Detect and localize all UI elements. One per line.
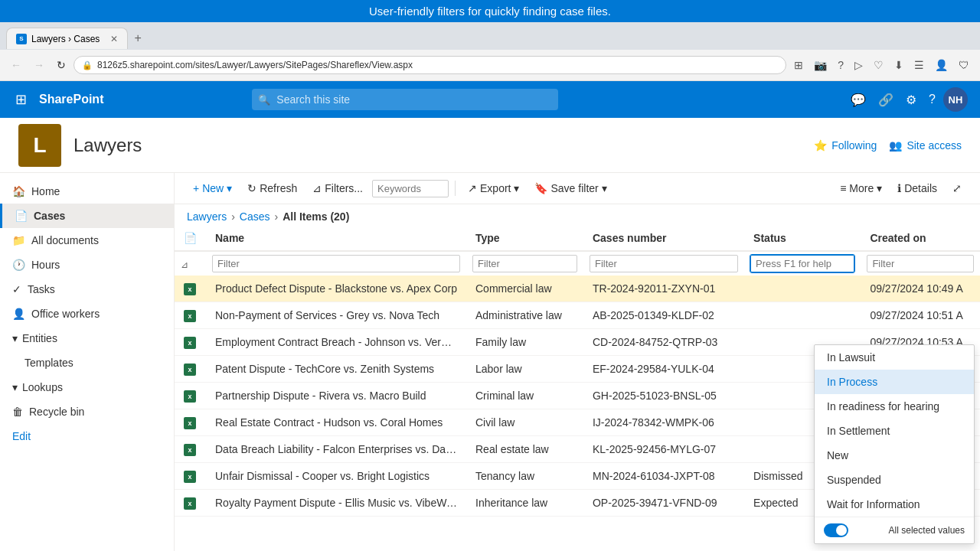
nav-recycle-bin[interactable]: 🗑 Recycle bin xyxy=(0,399,174,424)
forward-button[interactable]: → xyxy=(29,56,49,74)
help-browser-button[interactable]: ? xyxy=(833,56,848,74)
save-filter-button[interactable]: 🔖 Save filter ▾ xyxy=(528,179,612,197)
browser-tab[interactable]: S Lawyers › Cases ✕ xyxy=(6,28,128,49)
browser-chrome: S Lawyers › Cases ✕ + ← → ↻ 🔒 8126z5.sha… xyxy=(0,22,980,81)
table-row[interactable]: x Product Defect Dispute - Blackstone vs… xyxy=(175,276,980,302)
nav-lookups[interactable]: ▾ Lookups xyxy=(0,375,174,399)
tab-title: Lawyers › Cases xyxy=(31,34,100,44)
row-name-6: Data Breach Liability - Falcon Enterpris… xyxy=(206,436,466,463)
nav-hours[interactable]: 🕐 Hours xyxy=(0,253,174,277)
nav-edit[interactable]: Edit xyxy=(0,424,174,448)
nav-templates[interactable]: Templates xyxy=(0,350,174,375)
play-button[interactable]: ▷ xyxy=(850,56,867,74)
export-button[interactable]: ↗ Export ▾ xyxy=(462,179,525,197)
dropdown-item-4[interactable]: New xyxy=(815,443,974,468)
row-name-8: Royalty Payment Dispute - Ellis Music vs… xyxy=(206,490,466,517)
doc-icon-1: x xyxy=(184,310,196,322)
nav-all-documents[interactable]: 📁 All documents xyxy=(0,228,174,253)
table-row[interactable]: x Non-Payment of Services - Grey vs. Nov… xyxy=(175,302,980,329)
dropdown-item-6[interactable]: Wait for Information xyxy=(815,492,974,517)
type-filter-input[interactable] xyxy=(472,255,577,272)
status-filter-input[interactable] xyxy=(750,255,854,272)
site-access-button[interactable]: 👥 Site access xyxy=(889,139,962,152)
save-filter-chevron-icon: ▾ xyxy=(602,182,607,194)
row-name-4: Partnership Dispute - Rivera vs. Macro B… xyxy=(206,383,466,409)
profile-button[interactable]: 👤 xyxy=(930,56,952,74)
favorites-button[interactable]: ♡ xyxy=(869,56,888,74)
doc-icon-7: x xyxy=(184,471,196,483)
export-icon: ↗ xyxy=(468,182,477,194)
col-created-header[interactable]: Created on xyxy=(861,226,980,251)
row-icon-cell-5: x xyxy=(175,409,206,436)
created-filter-input[interactable] xyxy=(867,255,974,272)
search-input[interactable] xyxy=(252,89,558,110)
dropdown-item-1[interactable]: In Process xyxy=(815,370,974,394)
address-bar[interactable]: 🔒 8126z5.sharepoint.com/sites/Lawyer/Law… xyxy=(74,56,786,74)
filter-icon-cell: ⊿ xyxy=(175,251,206,276)
waffle-icon[interactable]: ⊞ xyxy=(12,88,30,111)
row-name-3: Patent Dispute - TechCore vs. Zenith Sys… xyxy=(206,356,466,383)
cases-number-filter-input[interactable] xyxy=(590,255,738,272)
row-icon-cell-4: x xyxy=(175,383,206,409)
dropdown-items: In LawsuitIn ProcessIn readiness for hea… xyxy=(815,345,974,517)
download-button[interactable]: ⬇ xyxy=(890,56,908,74)
col-status-header[interactable]: Status xyxy=(744,226,861,251)
fullscreen-button[interactable]: ⤢ xyxy=(946,179,968,197)
settings-button[interactable]: ⚙ xyxy=(901,88,921,112)
filter-cases-number-cell xyxy=(583,251,744,276)
row-created-1: 09/27/2024 10:51 A xyxy=(861,302,980,329)
nav-tasks[interactable]: ✓ Tasks xyxy=(0,277,174,302)
refresh-button[interactable]: ↻ Refresh xyxy=(241,179,303,197)
doc-icon-4: x xyxy=(184,390,196,403)
following-button[interactable]: ⭐ Following xyxy=(814,139,877,152)
share-button[interactable]: 🔗 xyxy=(874,88,898,112)
tasks-icon: ✓ xyxy=(12,283,21,295)
dropdown-item-3[interactable]: In Settlement xyxy=(815,419,974,443)
search-wrapper: 🔍 xyxy=(252,89,558,110)
nav-entities[interactable]: ▾ Entities xyxy=(0,326,174,350)
sharepoint-logo[interactable]: SharePoint xyxy=(39,93,103,106)
nav-office-workers[interactable]: 👤 Office workers xyxy=(0,302,174,326)
following-label: Following xyxy=(831,139,877,152)
back-button[interactable]: ← xyxy=(6,56,26,74)
nav-office-workers-label: Office workers xyxy=(31,308,100,320)
filters-button[interactable]: ⊿ Filters... xyxy=(306,179,369,197)
dropdown-item-5[interactable]: Suspended xyxy=(815,468,974,492)
avatar[interactable]: NH xyxy=(943,87,968,112)
breadcrumb-cases[interactable]: Cases xyxy=(240,210,270,223)
help-button[interactable]: ? xyxy=(924,88,940,111)
extensions-button[interactable]: ⊞ xyxy=(789,56,808,74)
more-button[interactable]: ≡ More ▾ xyxy=(834,179,888,197)
details-button[interactable]: ℹ Details xyxy=(891,179,943,197)
dropdown-item-0[interactable]: In Lawsuit xyxy=(815,345,974,370)
site-logo: L xyxy=(18,124,61,167)
col-type-header[interactable]: Type xyxy=(466,226,583,251)
camera-button[interactable]: 📷 xyxy=(809,56,831,74)
nav-tasks-label: Tasks xyxy=(28,283,55,295)
announcement-text: User-friendly filters for quickly findin… xyxy=(369,5,611,18)
chevron-down-icon: ▾ xyxy=(12,332,18,344)
refresh-browser-button[interactable]: ↻ xyxy=(52,56,70,74)
nav-cases[interactable]: 📄 Cases xyxy=(0,204,174,228)
settings-browser-button[interactable]: ☰ xyxy=(910,56,929,74)
breadcrumb-lawyers[interactable]: Lawyers xyxy=(187,210,227,223)
row-status-1 xyxy=(744,302,861,329)
tab-close-icon[interactable]: ✕ xyxy=(110,34,118,44)
new-button[interactable]: + New ▾ xyxy=(187,179,238,197)
row-case-number-7: MN-2024-61034-JXPT-08 xyxy=(583,463,744,490)
col-name-header[interactable]: Name xyxy=(206,226,466,251)
dropdown-item-2[interactable]: In readiness for hearing xyxy=(815,394,974,419)
col-cases-number-header[interactable]: Cases number xyxy=(583,226,744,251)
all-selected-label: All selected values xyxy=(889,525,965,536)
chat-button[interactable]: 💬 xyxy=(846,88,871,112)
row-name-2: Employment Contract Breach - Johnson vs.… xyxy=(206,329,466,356)
shield-button[interactable]: 🛡 xyxy=(954,56,974,74)
nav-home[interactable]: 🏠 Home xyxy=(0,179,174,204)
browser-nav-bar: ← → ↻ 🔒 8126z5.sharepoint.com/sites/Lawy… xyxy=(0,50,980,80)
filters-label: Filters... xyxy=(325,182,363,194)
new-tab-button[interactable]: + xyxy=(134,31,141,45)
all-selected-toggle[interactable] xyxy=(824,523,848,537)
doc-icon-0: x xyxy=(184,283,196,295)
keywords-input[interactable] xyxy=(372,180,449,197)
name-filter-input[interactable] xyxy=(212,255,460,272)
